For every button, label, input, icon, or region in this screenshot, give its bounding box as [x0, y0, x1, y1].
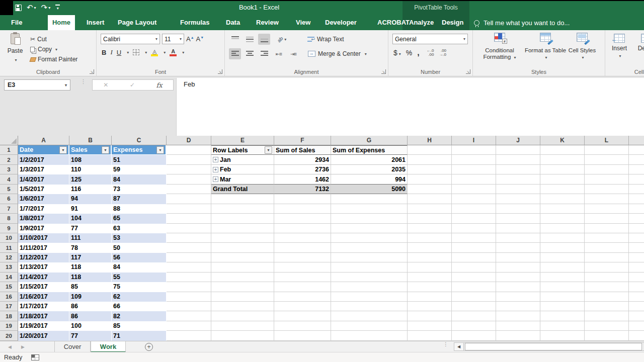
cell-J2[interactable] — [496, 155, 540, 164]
cell-G17[interactable] — [331, 302, 408, 311]
delete-cells-button[interactable]: → Delete▾ — [635, 34, 644, 59]
column-header-B[interactable]: B — [69, 136, 112, 145]
column-header-D[interactable]: D — [167, 136, 211, 145]
row-header-11[interactable]: 11 — [0, 243, 18, 252]
cell-C7[interactable]: 88 — [112, 204, 167, 214]
cell-F5[interactable]: 7132 — [274, 185, 331, 194]
cell-I14[interactable] — [452, 273, 496, 282]
cell-D19[interactable] — [167, 321, 211, 331]
cell-F7[interactable] — [274, 204, 331, 214]
cell-D8[interactable] — [167, 214, 211, 223]
cell-H16[interactable] — [408, 292, 452, 302]
cell-M3[interactable] — [629, 165, 644, 174]
cell-C8[interactable]: 65 — [112, 214, 167, 223]
cell-H13[interactable] — [408, 262, 452, 272]
row-header-12[interactable]: 12 — [0, 253, 18, 262]
bottom-align-button[interactable] — [258, 34, 270, 45]
cell-I4[interactable] — [452, 174, 496, 184]
tab-developer[interactable]: Developer — [325, 15, 357, 30]
cell-M6[interactable] — [629, 194, 644, 204]
cell-L17[interactable] — [585, 302, 629, 311]
cell-H10[interactable] — [408, 233, 452, 243]
cell-G9[interactable] — [331, 224, 408, 233]
cell-G12[interactable] — [331, 253, 408, 262]
row-header-3[interactable]: 3 — [0, 165, 18, 174]
cell-G20[interactable] — [331, 331, 408, 340]
chevron-down-icon[interactable]: ▾ — [145, 50, 147, 55]
cell-F2[interactable]: 2934 — [274, 155, 331, 164]
enter-icon[interactable]: ✓ — [130, 81, 135, 88]
cell-A13[interactable]: 1/13/2017 — [18, 262, 69, 272]
increase-font-size-button[interactable]: A▲ — [186, 35, 194, 43]
cell-D11[interactable] — [167, 243, 211, 252]
number-format-select[interactable]: General▾ — [392, 34, 468, 44]
name-box[interactable]: E3 ▾ — [4, 79, 70, 90]
row-header-18[interactable]: 18 — [0, 311, 18, 321]
column-header-K[interactable]: K — [540, 136, 585, 145]
cell-F6[interactable] — [274, 194, 331, 204]
row-header-5[interactable]: 5 — [0, 185, 18, 194]
orientation-button[interactable]: ab▾ — [276, 34, 288, 45]
cell-H5[interactable] — [408, 185, 452, 194]
cell-A12[interactable]: 1/12/2017 — [18, 253, 69, 262]
cell-F11[interactable] — [274, 243, 331, 252]
cell-H20[interactable] — [408, 331, 452, 340]
cell-M13[interactable] — [629, 262, 644, 272]
cell-J13[interactable] — [496, 262, 540, 272]
cell-C20[interactable]: 71 — [112, 331, 167, 340]
cell-C16[interactable]: 62 — [112, 292, 167, 302]
tab-acrobat[interactable]: ACROBAT — [377, 15, 410, 30]
cell-B11[interactable]: 78 — [69, 243, 112, 252]
cell-M16[interactable] — [629, 292, 644, 302]
row-header-16[interactable]: 16 — [0, 292, 18, 302]
comma-style-button[interactable]: , — [417, 48, 419, 57]
cell-K2[interactable] — [540, 155, 585, 164]
filter-icon[interactable]: ▼ — [102, 146, 109, 154]
cell-D10[interactable] — [167, 233, 211, 243]
tab-file[interactable]: File — [11, 15, 22, 30]
expand-icon[interactable]: + — [213, 167, 218, 172]
cell-C14[interactable]: 55 — [112, 273, 167, 282]
cell-L7[interactable] — [585, 204, 629, 214]
cell-A8[interactable]: 1/8/2017 — [18, 214, 69, 223]
cell-K18[interactable] — [540, 311, 585, 321]
tab-page-layout[interactable]: Page Layout — [118, 15, 156, 30]
row-header-2[interactable]: 2 — [0, 155, 18, 164]
cell-B18[interactable]: 86 — [69, 311, 112, 321]
sheet-nav-right-icon[interactable]: ▶ — [21, 341, 25, 352]
row-header-15[interactable]: 15 — [0, 282, 18, 292]
cell-H4[interactable] — [408, 174, 452, 184]
cell-B8[interactable]: 104 — [69, 214, 112, 223]
tell-me-search[interactable]: Tell me what you want to do... — [474, 15, 570, 30]
cell-H2[interactable] — [408, 155, 452, 164]
cell-K4[interactable] — [540, 174, 585, 184]
cell-G11[interactable] — [331, 243, 408, 252]
select-all-corner[interactable] — [0, 136, 18, 145]
sheet-tab-cover[interactable]: Cover — [54, 341, 91, 352]
expand-icon[interactable]: + — [213, 157, 218, 162]
chevron-down-icon[interactable]: ▾ — [182, 50, 184, 55]
cell-L1[interactable] — [585, 145, 629, 155]
cell-J19[interactable] — [496, 321, 540, 331]
cell-K13[interactable] — [540, 262, 585, 272]
cell-L9[interactable] — [585, 224, 629, 233]
cell-G16[interactable] — [331, 292, 408, 302]
cell-G8[interactable] — [331, 214, 408, 223]
tab-home[interactable]: Home — [48, 15, 75, 30]
column-header-F[interactable]: F — [274, 136, 331, 145]
cell-J16[interactable] — [496, 292, 540, 302]
cell-E9[interactable] — [211, 224, 274, 233]
customize-qat-button[interactable]: ▾ — [55, 5, 60, 11]
cell-I6[interactable] — [452, 194, 496, 204]
cell-L18[interactable] — [585, 311, 629, 321]
cell-D12[interactable] — [167, 253, 211, 262]
row-header-13[interactable]: 13 — [0, 262, 18, 272]
italic-button[interactable]: I — [110, 48, 112, 56]
paste-button[interactable]: Paste ▾ — [4, 33, 26, 63]
cell-D20[interactable] — [167, 331, 211, 340]
cell-C12[interactable]: 56 — [112, 253, 167, 262]
cell-J20[interactable] — [496, 331, 540, 340]
cell-F8[interactable] — [274, 214, 331, 223]
cell-M14[interactable] — [629, 273, 644, 282]
cell-K14[interactable] — [540, 273, 585, 282]
